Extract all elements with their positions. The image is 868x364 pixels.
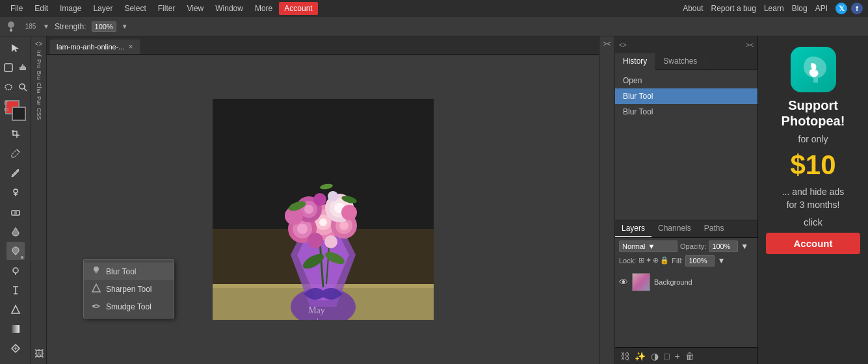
blend-mode-select[interactable]: Normal ▼ — [619, 240, 677, 252]
fill-value[interactable]: 100% — [685, 255, 715, 266]
svg-point-45 — [313, 193, 326, 206]
menu-window[interactable]: Window — [210, 2, 248, 15]
opacity-value[interactable]: 100% — [709, 240, 738, 252]
pen-tool[interactable] — [7, 261, 25, 280]
menu-view[interactable]: View — [181, 2, 209, 15]
hand-tool[interactable] — [16, 58, 29, 77]
menu-filter[interactable]: Filter — [153, 2, 181, 15]
brush-tool[interactable] — [7, 164, 25, 182]
adjustment-layer-btn[interactable]: ◑ — [650, 350, 660, 363]
delete-layer-btn[interactable]: 🗑 — [684, 350, 696, 363]
background-color[interactable] — [12, 107, 26, 121]
tab-paths[interactable]: Paths — [698, 220, 731, 237]
lock-pixels-icon[interactable]: ⊞ — [638, 256, 644, 265]
menu-report-bug[interactable]: Report a bug — [711, 4, 756, 13]
tab-channels[interactable]: Channels — [651, 220, 698, 237]
crop-tool[interactable] — [7, 125, 25, 143]
context-blur-tool[interactable]: Blur Tool — [84, 263, 174, 280]
strength-dropdown[interactable]: ▼ — [122, 23, 128, 30]
eyedropper-tool[interactable] — [7, 144, 25, 162]
opacity-arrow[interactable]: ▼ — [741, 242, 748, 251]
new-layer-btn[interactable]: + — [673, 350, 681, 363]
twitter-icon[interactable]: 𝕏 — [835, 3, 847, 14]
history-open[interactable]: Open — [615, 73, 757, 88]
layers-section: Layers Channels Paths Normal ▼ Opacity: … — [615, 220, 757, 365]
tab-close-btn[interactable]: × — [129, 42, 133, 51]
menu-blog[interactable]: Blog — [792, 4, 808, 13]
tab-swatches[interactable]: Swatches — [655, 53, 705, 70]
panel-collapse-btn-left[interactable]: <> — [34, 39, 44, 49]
ad-account-button[interactable]: Account — [766, 233, 860, 254]
move-cursor-tool[interactable] — [2, 58, 15, 77]
fill-arrow[interactable]: ▼ — [717, 256, 725, 265]
menu-account[interactable]: Account — [279, 2, 317, 15]
lock-row: Lock: ⊞ ✦ ⊕ 🔒 Fill: 100% ▼ — [619, 255, 754, 266]
blur-smudge-tool[interactable] — [7, 242, 25, 260]
menu-left: File Edit Image Layer Select Filter View… — [5, 2, 318, 15]
link-layers-btn[interactable]: ⛓ — [619, 350, 631, 363]
menu-right: About Report a bug Learn Blog API 𝕏 f — [683, 3, 863, 14]
lock-all-icon[interactable]: 🔒 — [660, 256, 669, 265]
css-panel[interactable]: CSS — [36, 108, 42, 120]
shape-tool[interactable] — [7, 300, 25, 318]
layer-item-background[interactable]: 👁 Background — [615, 270, 757, 294]
menu-file[interactable]: File — [5, 2, 28, 15]
tab-bar: lam-mo-anh-online-... × — [47, 36, 599, 55]
healing-tool[interactable] — [7, 339, 25, 358]
fx-button[interactable]: ✨ — [633, 350, 647, 363]
history-blur2[interactable]: Blur Tool — [615, 104, 757, 120]
panel-expand-left[interactable]: <> — [619, 42, 627, 49]
svg-rect-2 — [5, 64, 12, 72]
move-tool[interactable] — [7, 39, 25, 57]
menu-layer[interactable]: Layer — [88, 2, 118, 15]
blur-tool-icon[interactable] — [4, 20, 18, 34]
menu-edit[interactable]: Edit — [29, 2, 53, 15]
text-tool[interactable] — [7, 281, 25, 299]
clone-stamp-tool[interactable] — [7, 183, 25, 202]
layer-name-background: Background — [654, 278, 692, 286]
zoom-tool[interactable] — [16, 78, 29, 96]
panel-collapse-btn-right[interactable]: >< — [602, 39, 612, 49]
inf-panel[interactable]: Inf — [36, 50, 42, 57]
main-area: IT ID — [0, 36, 868, 364]
smudge-icon — [92, 301, 101, 312]
layer-visibility-toggle[interactable]: 👁 — [619, 277, 628, 287]
svg-point-10 — [13, 268, 18, 273]
menu-about[interactable]: About — [683, 4, 703, 13]
lasso-tool[interactable] — [2, 78, 15, 96]
menu-more[interactable]: More — [250, 2, 278, 15]
gradient-tool[interactable] — [7, 320, 25, 338]
bru-panel[interactable]: Bru — [36, 71, 42, 80]
svg-point-47 — [341, 205, 357, 220]
tab-history[interactable]: History — [615, 53, 655, 70]
panel-top-bar: <> >< — [615, 36, 757, 53]
tab-layers[interactable]: Layers — [615, 220, 651, 237]
history-blur1[interactable]: Blur Tool — [615, 88, 757, 104]
facebook-icon[interactable]: f — [851, 3, 863, 14]
new-group-btn[interactable]: □ — [663, 350, 670, 363]
fill-tool[interactable] — [7, 222, 25, 240]
lock-position-icon[interactable]: ✦ — [646, 256, 651, 265]
menu-api[interactable]: API — [815, 4, 828, 13]
context-sharpen-tool[interactable]: Sharpen Tool — [84, 280, 174, 298]
image-panel-btn[interactable]: 🖼 — [32, 346, 46, 361]
context-smudge-tool[interactable]: Smudge Tool — [84, 298, 174, 315]
menu-learn[interactable]: Learn — [764, 4, 784, 13]
blend-mode-row: Normal ▼ Opacity: 100% ▼ — [619, 240, 754, 252]
tool-size-display: 185 — [23, 20, 38, 34]
menu-select[interactable]: Select — [119, 2, 151, 15]
canvas-area[interactable]: May hoa.vn Blur Tool — [47, 55, 599, 364]
par-panel[interactable]: Par — [36, 96, 42, 105]
pro-panel[interactable]: Pro — [36, 59, 42, 68]
strength-value[interactable]: 100% — [92, 21, 116, 32]
cha-panel[interactable]: Cha — [36, 83, 42, 94]
svg-point-7 — [14, 189, 18, 193]
layers-tabs: Layers Channels Paths — [615, 220, 757, 238]
lock-move-icon[interactable]: ⊕ — [653, 256, 659, 265]
eraser-tool[interactable] — [7, 203, 25, 221]
svg-point-39 — [339, 221, 349, 230]
panel-expand-right[interactable]: >< — [746, 42, 754, 49]
tool-size-dropdown[interactable]: ▼ — [43, 23, 49, 30]
document-tab[interactable]: lam-mo-anh-online-... × — [49, 39, 140, 54]
menu-image[interactable]: Image — [55, 2, 86, 15]
